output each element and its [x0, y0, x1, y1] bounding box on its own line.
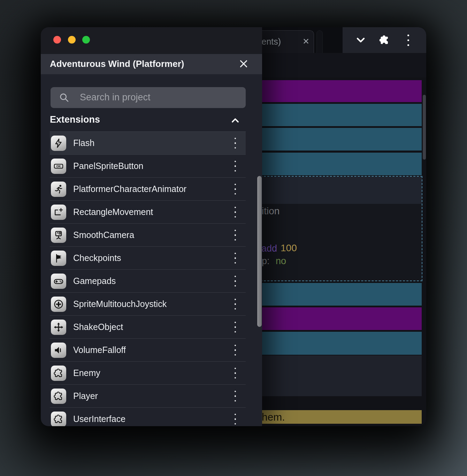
extension-item-shakeobject[interactable]: ShakeObject: [50, 316, 246, 339]
extension-item-player[interactable]: Player: [50, 385, 246, 408]
section-extensions-label: Extensions: [50, 114, 100, 125]
speaker-icon: [51, 343, 66, 358]
extension-item-gamepads[interactable]: Gamepads: [50, 270, 246, 293]
search-input[interactable]: Search in project: [51, 87, 246, 108]
extension-item-checkpoints[interactable]: Checkpoints: [50, 247, 246, 270]
kebab-menu-icon[interactable]: [235, 322, 236, 333]
extension-label: Gamepads: [73, 276, 116, 286]
kebab-menu-icon[interactable]: [235, 368, 236, 379]
comment-text: hem.: [262, 411, 285, 423]
extension-item-panelspritebutton[interactable]: OKPanelSpriteButton: [50, 155, 246, 178]
puzzle-piece-icon[interactable]: [378, 34, 390, 46]
search-icon: [59, 92, 69, 103]
flag-icon: [51, 251, 66, 266]
close-panel-icon[interactable]: [238, 58, 249, 69]
extension-label: RectangleMovement: [73, 207, 153, 217]
extension-label: Enemy: [73, 368, 100, 378]
move-arrows-icon: [51, 320, 66, 335]
event-row[interactable]: [262, 104, 422, 126]
extension-item-rectanglemovement[interactable]: RectangleMovement: [50, 201, 246, 224]
kebab-menu-icon[interactable]: [235, 207, 236, 218]
kebab-menu-icon[interactable]: [235, 230, 236, 241]
extension-item-spritemultitouchjoystick[interactable]: SpriteMultitouchJoystick: [50, 293, 246, 316]
extension-label: ShakeObject: [73, 322, 123, 332]
event-row[interactable]: [262, 80, 422, 102]
flash-icon: [51, 136, 66, 151]
panel-header: Adventurous Wind (Platformer): [41, 54, 262, 74]
puzzle-icon: [51, 389, 66, 404]
extension-item-smoothcamera[interactable]: SmoothCamera: [50, 224, 246, 247]
event-row[interactable]: [262, 355, 422, 396]
event-row[interactable]: [262, 153, 422, 175]
traffic-light-close[interactable]: [53, 36, 61, 44]
project-title: Adventurous Wind (Platformer): [50, 59, 184, 69]
extension-item-enemy[interactable]: Enemy: [50, 362, 246, 385]
search-placeholder: Search in project: [80, 92, 151, 103]
puzzle-icon: [51, 366, 66, 381]
camera-icon: [51, 228, 66, 243]
kebab-menu-icon[interactable]: [235, 138, 236, 149]
extension-item-userinterface[interactable]: UserInterface: [50, 408, 246, 426]
window-controls-bar: [343, 27, 426, 53]
puzzle-icon: [51, 412, 66, 427]
kebab-menu-icon[interactable]: [235, 299, 236, 310]
event-conditions-area: [261, 177, 422, 204]
event-row[interactable]: [262, 283, 422, 306]
svg-text:OK: OK: [56, 164, 61, 168]
kebab-menu-icon[interactable]: [235, 391, 236, 402]
event-text-fragment: ition: [262, 206, 280, 217]
project-manager-panel: Adventurous Wind (Platformer) Search in …: [41, 27, 262, 426]
extensions-list: FlashOKPanelSpriteButtonPlatformerCharac…: [50, 131, 246, 426]
traffic-light-zoom[interactable]: [82, 36, 90, 44]
kebab-menu-icon[interactable]: [235, 276, 236, 287]
extension-item-flash[interactable]: Flash: [50, 132, 246, 155]
event-row[interactable]: [262, 332, 422, 355]
event-text-fragment: no: [276, 256, 286, 267]
extension-label: UserInterface: [73, 414, 125, 424]
event-text-fragment: p:: [262, 256, 270, 267]
extension-label: PlatformerCharacterAnimator: [73, 184, 186, 194]
extension-label: Player: [73, 391, 98, 401]
chevron-down-icon[interactable]: [355, 34, 367, 46]
kebab-menu-icon[interactable]: [235, 414, 236, 425]
extension-label: VolumeFalloff: [73, 345, 126, 355]
traffic-light-minimize[interactable]: [68, 36, 76, 44]
extension-label: PanelSpriteButton: [73, 161, 144, 171]
next-tab-edge[interactable]: [316, 30, 323, 53]
kebab-menu-icon[interactable]: [235, 184, 236, 195]
gamepad-icon: [51, 274, 66, 289]
panel-scrollbar[interactable]: [257, 176, 262, 327]
event-row[interactable]: [262, 307, 422, 330]
joystick-icon: [51, 297, 66, 312]
extension-label: Flash: [73, 138, 94, 148]
runner-icon: [51, 182, 66, 197]
ok-button-icon: OK: [51, 159, 66, 174]
chevron-up-icon[interactable]: [230, 115, 240, 125]
kebab-menu-icon[interactable]: [403, 34, 414, 46]
macos-titlebar: [41, 27, 262, 54]
event-text-fragment: 100: [281, 243, 297, 254]
extension-label: SpriteMultitouchJoystick: [73, 299, 167, 309]
rectangle-move-icon: [51, 205, 66, 220]
kebab-menu-icon[interactable]: [235, 161, 236, 172]
kebab-menu-icon[interactable]: [235, 253, 236, 264]
comment-row[interactable]: [262, 410, 422, 424]
tab-close-icon[interactable]: ✕: [303, 37, 309, 46]
kebab-menu-icon[interactable]: [235, 345, 236, 356]
event-text-fragment: add: [261, 243, 277, 254]
app-window: (Events) ✕ itionadd100p:nohem. Adventuro…: [41, 27, 426, 426]
event-row[interactable]: [262, 128, 422, 151]
events-scrollbar[interactable]: [423, 95, 426, 160]
extension-item-platformercharacteranimator[interactable]: PlatformerCharacterAnimator: [50, 178, 246, 201]
extension-label: Checkpoints: [73, 253, 121, 263]
extension-label: SmoothCamera: [73, 230, 134, 240]
extension-item-volumefalloff[interactable]: VolumeFalloff: [50, 339, 246, 362]
